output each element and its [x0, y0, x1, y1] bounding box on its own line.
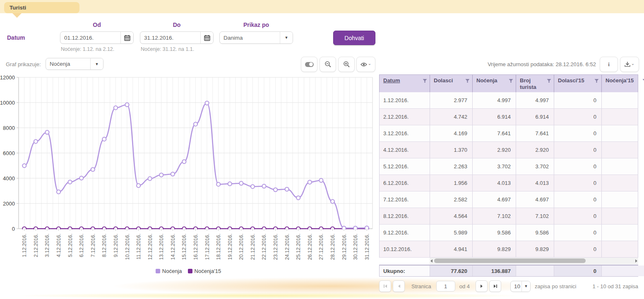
- table-row[interactable]: 8.12.2016.4.5647.1027.1020: [380, 208, 638, 225]
- table-cell: 7.12.2016.: [380, 191, 430, 208]
- table-cell: 4.697: [516, 191, 554, 208]
- table-cell: 9.586: [473, 225, 516, 241]
- table-cell: 0: [554, 142, 602, 158]
- first-page-button[interactable]: [379, 280, 391, 292]
- date-to-field[interactable]: 31.12.2016.: [140, 31, 214, 44]
- column-header-1[interactable]: Datum: [380, 75, 430, 92]
- date-from-note: Noćenje: 1.12. na 2.12.: [61, 46, 114, 52]
- filter-funnel-icon[interactable]: [465, 79, 470, 83]
- prev-page-button[interactable]: [393, 280, 405, 292]
- x-axis-tick-label: 10.12.2016.: [125, 234, 130, 260]
- page-count-label: od 4: [459, 283, 470, 289]
- filter-funnel-icon[interactable]: [423, 79, 427, 83]
- chart-toggle-button[interactable]: [301, 57, 317, 72]
- y-axis-tick-label: 2000: [3, 201, 15, 207]
- dropdown-arrow-button[interactable]: ▼: [90, 58, 103, 69]
- dohvati-button[interactable]: Dohvati: [333, 31, 375, 45]
- legend-item[interactable]: Noćenja'15: [188, 268, 221, 274]
- line-chart[interactable]: 0200040006000800010000120001.12.2016.2.1…: [0, 74, 377, 267]
- table-cell: [602, 125, 644, 141]
- table-cell: 4.697: [473, 191, 516, 208]
- chevron-down-icon: ▼: [285, 36, 288, 40]
- filter-funnel-icon[interactable]: [594, 79, 599, 83]
- x-axis-tick-label: 31.12.2016.: [364, 234, 370, 260]
- scrollbar-thumb[interactable]: [434, 258, 586, 263]
- datum-label: Datum: [7, 34, 25, 41]
- dropdown-arrow-button[interactable]: ▼: [521, 281, 530, 292]
- column-header-6[interactable]: Noćenja'15: [602, 75, 644, 92]
- legend-label: Noćenja: [162, 268, 182, 274]
- tab-turisti[interactable]: Turisti: [4, 2, 79, 13]
- table-row[interactable]: 5.12.2016.2.2633.7023.7020: [380, 158, 638, 175]
- prikaz-po-value: Danima: [220, 32, 280, 43]
- page-number-input[interactable]: [436, 281, 455, 292]
- export-download-button[interactable]: ⌄: [620, 57, 639, 72]
- table-cell: 0: [554, 191, 602, 208]
- next-page-button[interactable]: [476, 280, 488, 292]
- od-label: Od: [60, 22, 134, 28]
- table-cell: 7.102: [516, 208, 554, 224]
- column-header-4[interactable]: Broj turista: [516, 75, 554, 92]
- graf-prikazuje-label: Graf prikazuje:: [6, 61, 41, 67]
- table-cell: 4.013: [473, 175, 516, 191]
- calendar-icon: [124, 35, 130, 41]
- eye-icon: [360, 62, 367, 67]
- info-icon: i: [608, 61, 610, 68]
- zoom-in-button[interactable]: [338, 57, 355, 72]
- table-cell: 4.997: [473, 92, 516, 108]
- date-to-value[interactable]: 31.12.2016.: [140, 32, 200, 43]
- table-cell: 9.586: [516, 225, 554, 241]
- table-cell: 0: [554, 225, 602, 241]
- column-header-label: Noćenja: [476, 77, 497, 84]
- series-visibility-button[interactable]: ⌄: [356, 57, 375, 72]
- table-row[interactable]: 7.12.2016.2.5824.6974.6970: [380, 191, 638, 208]
- table-row[interactable]: 6.12.2016.1.9564.0134.0130: [380, 175, 638, 191]
- table-cell: 8.12.2016.: [380, 208, 430, 224]
- date-from-value[interactable]: 01.12.2016.: [60, 32, 120, 43]
- filter-funnel-icon[interactable]: [642, 79, 644, 83]
- column-header-2[interactable]: Dolasci: [430, 75, 473, 92]
- table-row[interactable]: 4.12.2016.1.3702.9202.9200: [380, 142, 638, 158]
- info-button[interactable]: i: [600, 57, 618, 72]
- table-row[interactable]: 9.12.2016.5.9899.5869.5860: [380, 225, 638, 241]
- graf-prikazuje-select[interactable]: Noćenja ▼: [46, 58, 103, 70]
- legend-item[interactable]: Noćenja: [156, 268, 182, 274]
- x-axis-tick-label: 29.12.2016.: [341, 234, 347, 260]
- x-axis-tick-label: 20.12.2016.: [238, 234, 244, 260]
- per-page-label: zapisa po stranici: [535, 283, 576, 289]
- date-from-field[interactable]: 01.12.2016.: [60, 31, 134, 44]
- table-cell: 0: [554, 125, 602, 141]
- calendar-open-button[interactable]: [120, 32, 133, 43]
- x-axis-tick-label: 25.12.2016.: [296, 234, 301, 260]
- prikaz-po-select[interactable]: Danima ▼: [219, 31, 293, 44]
- column-header-5[interactable]: Dolasci'15: [554, 75, 602, 92]
- x-axis-tick-label: 7.12.2016.: [90, 234, 96, 257]
- table-cell: 4.564: [430, 208, 473, 224]
- scrollbar-track[interactable]: [430, 258, 638, 264]
- y-axis-tick-label: 6000: [3, 150, 15, 156]
- table-cell: 3.702: [516, 158, 554, 175]
- table-row[interactable]: 1.12.2016.2.9774.9974.9970: [380, 92, 638, 109]
- calendar-open-button[interactable]: [200, 32, 213, 43]
- grid-body: 1.12.2016.2.9774.9974.99702.12.2016.4.74…: [379, 92, 638, 258]
- table-row[interactable]: 3.12.2016.4.1697.6417.6410: [380, 125, 638, 142]
- filter-funnel-icon[interactable]: [509, 79, 513, 83]
- table-row[interactable]: 2.12.2016.4.7426.9146.9140: [380, 109, 638, 125]
- column-header-3[interactable]: Noćenja: [473, 75, 516, 92]
- x-axis-tick-label: 26.12.2016.: [307, 234, 313, 260]
- table-row[interactable]: 10.12.2016.4.9419.8299.8290: [380, 241, 638, 258]
- scroll-left-icon[interactable]: [430, 259, 433, 263]
- chevron-down-icon: ⌄: [368, 61, 371, 66]
- scroll-right-icon[interactable]: [635, 259, 637, 263]
- page-size-select[interactable]: 10 ▼: [510, 281, 531, 292]
- x-axis-tick-label: 4.12.2016.: [56, 234, 62, 257]
- chevron-down-icon: ▼: [95, 62, 99, 66]
- filter-funnel-icon[interactable]: [547, 79, 551, 83]
- legend-swatch: [188, 269, 192, 273]
- table-cell: 3.702: [473, 158, 516, 175]
- dropdown-arrow-button[interactable]: ▼: [280, 32, 293, 43]
- totals-label: Ukupno:: [380, 266, 430, 276]
- last-page-button[interactable]: [489, 280, 501, 292]
- zoom-out-button[interactable]: [320, 57, 336, 72]
- table-cell: 6.12.2016.: [380, 175, 430, 191]
